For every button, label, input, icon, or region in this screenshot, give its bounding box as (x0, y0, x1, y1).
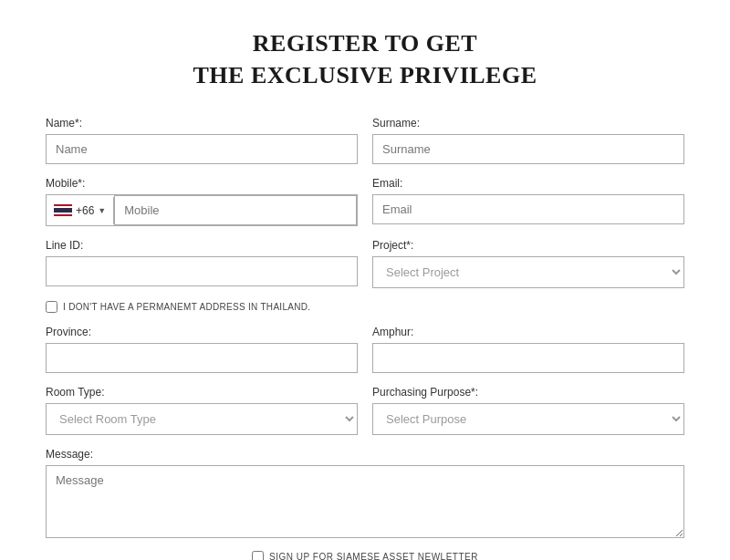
amphur-label: Amphur: (372, 326, 684, 338)
no-address-row: I DON'T HAVE A PERMANEMT ADDRESS IN THAI… (46, 301, 684, 313)
purpose-group: Purchasing Purpose*: Select Purpose (372, 386, 684, 435)
mobile-email-row: Mobile*: +66 ▼ Email: (46, 177, 684, 226)
message-group: Message: (46, 448, 684, 538)
page-title: REGISTER TO GET THE EXCLUSIVE PRIVILEGE (46, 27, 684, 91)
newsletter-checkbox[interactable] (252, 551, 264, 560)
name-group: Name*: (46, 117, 358, 164)
mobile-label: Mobile*: (46, 177, 358, 190)
message-row: Message: (46, 448, 684, 538)
country-code: +66 (76, 204, 94, 217)
no-address-checkbox[interactable] (46, 301, 57, 313)
lineid-input[interactable] (46, 256, 358, 286)
mobile-input-wrapper: +66 ▼ (46, 194, 358, 226)
roomtype-group: Room Type: Select Room Type (46, 386, 358, 435)
surname-input[interactable] (372, 134, 684, 164)
message-input[interactable] (46, 465, 684, 538)
amphur-input[interactable] (372, 343, 684, 373)
registration-form: REGISTER TO GET THE EXCLUSIVE PRIVILEGE … (46, 27, 684, 560)
province-group: Province: (46, 326, 358, 373)
purpose-select[interactable]: Select Purpose (372, 403, 684, 435)
surname-label: Surname: (372, 117, 684, 130)
name-input[interactable] (46, 134, 358, 164)
mobile-group: Mobile*: +66 ▼ (46, 177, 358, 226)
chevron-down-icon: ▼ (98, 206, 106, 215)
newsletter-row: SIGN UP FOR SIAMESE ASSET NEWLETTER (46, 551, 684, 560)
roomtype-purpose-row: Room Type: Select Room Type Purchasing P… (46, 386, 684, 435)
country-selector[interactable]: +66 ▼ (47, 197, 114, 224)
no-address-label: I DON'T HAVE A PERMANEMT ADDRESS IN THAI… (63, 302, 310, 312)
email-label: Email: (372, 177, 684, 190)
surname-group: Surname: (372, 117, 684, 164)
lineid-group: Line ID: (46, 239, 358, 288)
email-input[interactable] (372, 194, 684, 224)
name-label: Name*: (46, 117, 358, 130)
amphur-group: Amphur: (372, 326, 684, 373)
province-label: Province: (46, 326, 358, 338)
lineid-project-row: Line ID: Project*: Select Project (46, 239, 684, 288)
roomtype-select[interactable]: Select Room Type (46, 403, 358, 435)
roomtype-label: Room Type: (46, 386, 358, 399)
mobile-input[interactable] (114, 195, 357, 225)
project-select[interactable]: Select Project (372, 256, 684, 288)
purpose-label: Purchasing Purpose*: (372, 386, 684, 399)
province-input[interactable] (46, 343, 358, 373)
province-amphur-row: Province: Amphur: (46, 326, 684, 373)
message-label: Message: (46, 448, 684, 461)
thai-flag-icon (54, 204, 72, 216)
lineid-label: Line ID: (46, 239, 358, 252)
email-group: Email: (372, 177, 684, 226)
newsletter-label: SIGN UP FOR SIAMESE ASSET NEWLETTER (269, 552, 478, 560)
name-surname-row: Name*: Surname: (46, 117, 684, 164)
project-group: Project*: Select Project (372, 239, 684, 288)
project-label: Project*: (372, 239, 684, 252)
